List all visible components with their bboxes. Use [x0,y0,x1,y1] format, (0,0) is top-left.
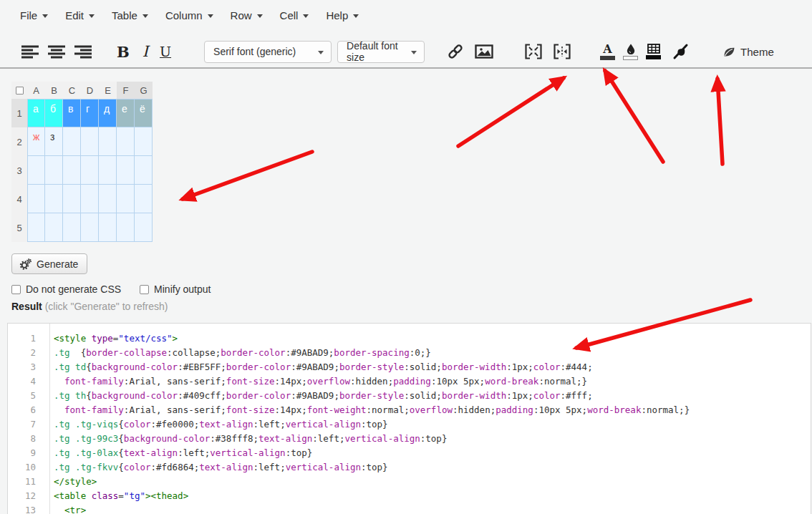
grid-column-header[interactable]: G [135,82,153,99]
grid-cell[interactable] [45,156,63,185]
italic-button[interactable]: I [142,43,148,60]
chevron-down-icon [89,14,95,18]
grid-cell[interactable] [135,185,153,213]
grid-cell[interactable] [117,213,135,242]
grid-cell[interactable] [45,213,63,242]
chevron-down-icon [142,14,148,18]
menu-cell[interactable]: Cell [280,9,309,21]
code-line-text: .tg td{background-color:#EBF5FF;border-c… [54,360,593,374]
grid-row-header[interactable]: 1 [11,99,27,127]
menu-file[interactable]: File [20,9,48,21]
font-size-select[interactable]: Default font size [337,41,425,63]
grid-cell[interactable] [99,127,117,156]
grid-column-header[interactable]: C [63,82,81,99]
split-cells-button[interactable] [553,43,571,60]
merge-cells-button[interactable] [524,43,543,60]
grid-row-header[interactable]: 5 [11,213,27,242]
fill-color-button[interactable] [623,44,638,60]
border-color-button[interactable] [646,44,661,59]
grid-cell[interactable] [81,127,99,156]
menu-edit[interactable]: Edit [65,9,95,21]
grid-cell[interactable] [135,156,153,185]
code-line-number: 6 [8,403,42,417]
chevron-down-icon [208,14,213,18]
grid-cell[interactable] [27,213,45,242]
select-all-checkbox[interactable] [16,87,24,94]
code-line: 8.tg .tg-99c3{background-color:#38fff8;t… [8,432,811,446]
grid-cell[interactable] [99,156,117,185]
grid-cell[interactable]: ж [27,127,45,156]
grid-column-header[interactable]: E [99,82,117,99]
code-editor[interactable]: 1<style type="text/css">2.tg {border-col… [7,323,811,514]
grid-row-header[interactable]: 4 [11,185,27,213]
result-label: Result [11,301,42,312]
grid-cell[interactable] [27,156,45,185]
grid-cell[interactable]: ё [135,99,153,127]
grid-cell[interactable] [99,213,117,242]
clear-formatting-button[interactable] [672,42,690,61]
clear-formatting-icon [672,42,690,61]
code-line-text: .tg {border-collapse:collapse;border-col… [54,346,431,360]
theme-button[interactable]: Theme [723,46,774,58]
grid-cell[interactable]: б [45,99,63,127]
menu-file-label: File [20,9,37,21]
leaf-icon [723,47,735,57]
grid-column-header[interactable]: F [117,82,135,99]
grid-cell[interactable] [99,185,117,213]
generate-button[interactable]: Generate [11,253,87,274]
grid-cell[interactable] [135,213,153,242]
align-right-button[interactable] [74,44,92,59]
minify-output-checkbox[interactable] [140,285,149,294]
font-family-select[interactable]: Serif font (generic) [204,41,332,63]
menu-column[interactable]: Column [165,9,213,21]
code-line: 6 font-family:Arial, sans-serif;font-siz… [8,403,811,417]
grid-cell[interactable]: а [27,99,45,127]
grid-cell[interactable] [81,156,99,185]
grid-cell[interactable] [81,185,99,213]
insert-link-button[interactable] [446,43,465,60]
red-arrow [458,78,564,146]
do-not-generate-css-checkbox[interactable] [11,285,21,294]
grid-cell[interactable]: д [99,99,117,127]
grid-cell[interactable]: г [81,99,99,127]
grid-cell[interactable] [63,156,81,185]
underline-button[interactable]: U [160,44,171,59]
align-left-button[interactable] [21,44,39,59]
grid-cell[interactable] [117,127,135,156]
grid-row-header[interactable]: 3 [11,156,27,185]
select-all-header[interactable] [11,82,27,99]
grid-cell[interactable]: в [63,99,81,127]
grid-cell[interactable] [63,127,81,156]
grid-cell[interactable] [135,127,153,156]
text-color-button[interactable]: A [600,44,615,60]
image-icon [475,44,493,59]
grid-cell[interactable] [45,185,63,213]
code-line-text: <style type="text/css"> [54,331,178,346]
grid-column-header[interactable]: D [81,82,99,99]
code-line: 4 font-family:Arial, sans-serif;font-siz… [8,374,811,389]
table-editor-grid: ABCDEFG1абвгдеё2жз345 [11,82,153,242]
droplet-icon [627,44,635,54]
grid-column-header[interactable]: A [27,82,45,99]
grid-cell[interactable] [117,185,135,213]
generate-label: Generate [37,258,78,270]
grid-cell[interactable]: з [45,127,63,156]
grid-column-header[interactable]: B [45,82,63,99]
menu-table[interactable]: Table [112,9,148,21]
code-line: 13 <tr> [8,503,811,514]
insert-image-button[interactable] [475,44,493,59]
grid-cell[interactable] [63,213,81,242]
grid-cell[interactable] [63,185,81,213]
grid-cell[interactable]: е [117,99,135,127]
grid-row-header[interactable]: 2 [11,127,27,156]
menu-help[interactable]: Help [326,9,359,21]
menu-row[interactable]: Row [231,9,263,21]
align-left-icon [21,44,39,59]
code-line-text: font-family:Arial, sans-serif;font-size:… [54,403,690,417]
bold-button[interactable]: B [117,43,130,61]
align-center-button[interactable] [47,44,66,59]
code-line-text: .tg .tg-0lax{text-align:left;vertical-al… [54,446,312,460]
grid-cell[interactable] [117,156,135,185]
grid-cell[interactable] [81,213,99,242]
grid-cell[interactable] [27,185,45,213]
